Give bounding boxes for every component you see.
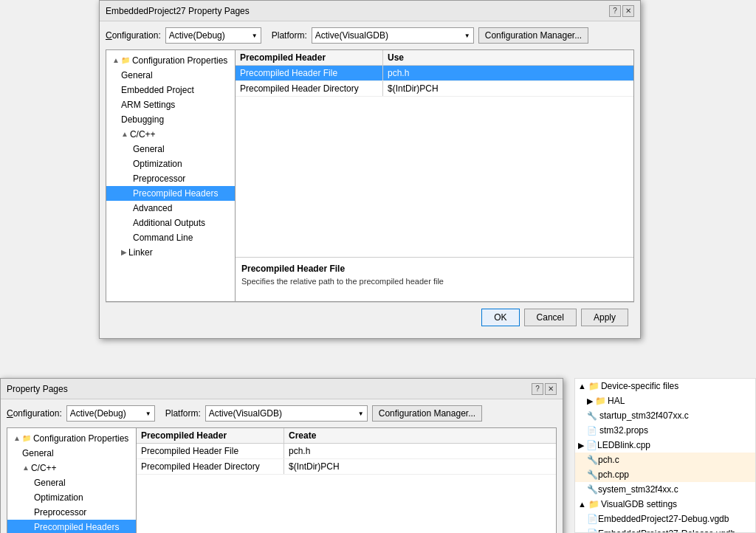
tree-item-arm-settings[interactable]: ARM Settings	[106, 97, 235, 112]
ft-device-specific[interactable]: ▲ 📁 Device-specific files	[575, 379, 755, 393]
ft-pch-c-icon: 🔧	[587, 453, 598, 467]
prop-row-header-file[interactable]: Precompiled Header File	[236, 66, 633, 81]
apply-button[interactable]: Apply	[581, 309, 628, 326]
tree-item-cpp-general[interactable]: General	[106, 142, 235, 157]
main-dialog-titlebar: EmbeddedProject27 Property Pages ? ✕	[100, 1, 640, 21]
second-right-panel: Precompiled Header Create Precompiled He…	[137, 428, 556, 533]
right-panel: Precompiled Header Use Precompiled Heade…	[236, 50, 633, 301]
second-config-dropdown[interactable]: Active(Debug)	[66, 405, 155, 422]
description-panel: Precompiled Header File Specifies the re…	[236, 257, 633, 301]
second-tree-cpp[interactable]: ▲ C/C++	[7, 461, 136, 475]
config-mgr-button[interactable]: Configuration Manager...	[478, 27, 588, 44]
prop-name-header-dir: Precompiled Header Directory	[236, 81, 383, 96]
tree-item-additional-outputs[interactable]: Additional Outputs	[106, 216, 235, 230]
ft-system-icon: 🔧	[587, 483, 598, 496]
folder-icon: 📁	[121, 54, 130, 67]
ft-debug-vgdb[interactable]: 📄 EmbeddedProject27-Debug.vgdb	[575, 512, 755, 526]
second-prop-name-1: Precompiled Header File	[137, 444, 284, 458]
second-close-button[interactable]: ✕	[545, 383, 557, 395]
ok-button[interactable]: OK	[481, 309, 519, 326]
ft-startup-icon: 🔧	[587, 409, 597, 422]
tree-item-command-line[interactable]: Command Line	[106, 230, 235, 245]
platform-dropdown-arrow	[458, 32, 470, 39]
tree-item-config-props[interactable]: ▲ 📁 Configuration Properties	[106, 53, 235, 68]
platform-label: Platform:	[272, 30, 307, 41]
prop-row-header-dir[interactable]: Precompiled Header Directory $(IntDir)PC…	[236, 81, 633, 97]
tree-item-cpp[interactable]: ▲ C/C++	[106, 127, 235, 142]
second-grid-header: Precompiled Header Create	[137, 428, 556, 444]
tree-item-linker[interactable]: ▶ Linker	[106, 245, 235, 260]
desc-text: Specifies the relative path to the preco…	[241, 277, 628, 286]
main-titlebar-buttons: ? ✕	[609, 5, 634, 17]
col-header-name: Precompiled Header	[236, 50, 383, 65]
second-help-button[interactable]: ?	[532, 383, 543, 395]
second-platform-value: Active(VisualGDB)	[209, 408, 282, 419]
tree-item-precompiled-headers[interactable]: Precompiled Headers	[106, 186, 235, 201]
second-config-mgr-button[interactable]: Configuration Manager...	[372, 405, 482, 422]
ft-arrow-device: ▲	[578, 379, 586, 393]
second-tree-config-props[interactable]: ▲ 📁 Configuration Properties	[7, 431, 136, 446]
second-platform-arrow	[352, 410, 364, 417]
second-dialog: Property Pages ? ✕ Configuration: Active…	[0, 378, 563, 533]
prop-value-header-file[interactable]	[383, 66, 633, 80]
desc-title: Precompiled Header File	[241, 264, 628, 274]
second-cpp-expander: ▲	[22, 461, 30, 475]
main-dialog-title: EmbeddedProject27 Property Pages	[106, 6, 250, 16]
main-dialog: EmbeddedProject27 Property Pages ? ✕ Con…	[99, 0, 641, 339]
ft-hal-icon: 📁	[595, 394, 606, 408]
second-col-value: Create	[284, 428, 556, 443]
header-file-input[interactable]	[388, 68, 629, 78]
second-expander-icon: ▲	[13, 432, 21, 445]
prop-name-header-file: Precompiled Header File	[236, 66, 383, 80]
second-tree-optimization[interactable]: Optimization	[7, 490, 136, 505]
tree-item-general[interactable]: General	[106, 68, 235, 83]
second-dialog-content: Configuration: Active(Debug) Platform: A…	[1, 399, 563, 533]
second-platform-label: Platform:	[165, 408, 201, 419]
second-config-arrow	[140, 410, 151, 417]
tree-item-advanced[interactable]: Advanced	[106, 201, 235, 216]
ft-system-stm[interactable]: 🔧 system_stm32f4xx.c	[575, 482, 755, 497]
linker-expander-icon: ▶	[121, 246, 127, 259]
config-label: Configuration:	[106, 30, 161, 41]
second-dialog-body: ▲ 📁 Configuration Properties General ▲ C…	[7, 427, 557, 533]
tree-item-embedded-project[interactable]: Embedded Project	[106, 83, 235, 97]
second-dialog-titlebar: Property Pages ? ✕	[1, 379, 563, 399]
tree-item-preprocessor[interactable]: Preprocessor	[106, 171, 235, 186]
second-tree-precompiled[interactable]: Precompiled Headers	[7, 520, 136, 533]
ft-pch-c[interactable]: 🔧 pch.c	[575, 453, 755, 467]
ft-release-vgdb[interactable]: 📄 EmbeddedProject27-Release.vgdb	[575, 526, 755, 533]
dialog-body: ▲ 📁 Configuration Properties General Emb…	[106, 49, 634, 302]
second-tree-cpp-general[interactable]: General	[7, 475, 136, 490]
second-config-label: Configuration:	[7, 408, 62, 419]
ft-arrow-hal: ▶	[587, 394, 593, 408]
tree-item-debugging[interactable]: Debugging	[106, 112, 235, 127]
ft-pch-cpp-icon: 🔧	[587, 468, 598, 481]
ft-ledblink[interactable]: ▶ 📄 LEDBlink.cpp	[575, 438, 755, 453]
second-prop-name-2: Precompiled Header Directory	[137, 459, 284, 474]
second-col-name: Precompiled Header	[137, 428, 284, 443]
help-button[interactable]: ?	[609, 5, 621, 17]
ft-startup[interactable]: 🔧 startup_stm32f407xx.c	[575, 408, 755, 423]
dialog-footer: OK Cancel Apply	[106, 302, 634, 332]
close-button[interactable]: ✕	[622, 5, 634, 17]
ft-arrow-vgdb: ▲	[578, 498, 586, 511]
second-prop-header-dir[interactable]: Precompiled Header Directory $(IntDir)PC…	[137, 459, 556, 475]
cancel-button[interactable]: Cancel	[524, 309, 577, 326]
second-folder-icon: 📁	[22, 432, 31, 445]
second-platform-dropdown[interactable]: Active(VisualGDB)	[205, 405, 368, 422]
ft-pch-cpp[interactable]: 🔧 pch.cpp	[575, 467, 755, 482]
second-prop-header-file[interactable]: Precompiled Header File pch.h	[137, 444, 556, 459]
config-dropdown-arrow	[246, 32, 258, 39]
ft-stm32-props[interactable]: 📄 stm32.props	[575, 423, 755, 438]
prop-grid-header: Precompiled Header Use	[236, 50, 633, 66]
second-tree-preprocessor[interactable]: Preprocessor	[7, 505, 136, 520]
ft-arrow-led: ▶	[578, 439, 584, 452]
ft-hal[interactable]: ▶ 📁 HAL	[575, 393, 755, 408]
platform-dropdown[interactable]: Active(VisualGDB)	[312, 27, 474, 44]
second-tree-general[interactable]: General	[7, 446, 136, 461]
second-prop-value-2: $(IntDir)PCH	[284, 459, 556, 474]
tree-item-optimization[interactable]: Optimization	[106, 157, 235, 171]
ft-visualgdb[interactable]: ▲ 📁 VisualGDB settings	[575, 497, 755, 512]
tree-panel: ▲ 📁 Configuration Properties General Emb…	[106, 50, 236, 301]
config-dropdown[interactable]: Active(Debug)	[165, 27, 261, 44]
